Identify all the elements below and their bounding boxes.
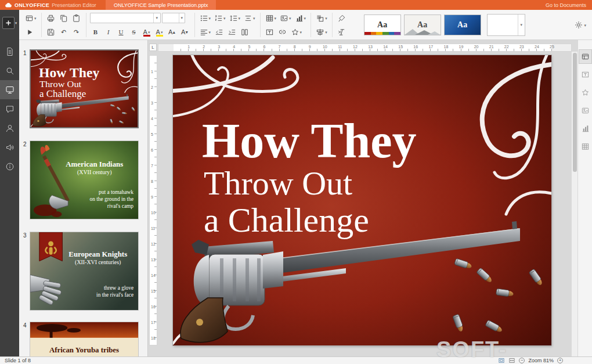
add-slide-button[interactable] xyxy=(2,17,15,29)
clear-style-button[interactable] xyxy=(336,26,348,38)
increase-indent-button[interactable] xyxy=(226,26,237,38)
slide-4-thumb-frame[interactable]: African Yoruba tribes xyxy=(30,322,139,356)
theme-gallery-caret-icon[interactable]: ▾ xyxy=(518,15,525,35)
font-color-button[interactable]: A▾ xyxy=(141,26,153,38)
slide-settings-button[interactable] xyxy=(579,49,592,64)
font-size-combo[interactable]: ▾ xyxy=(162,13,185,23)
theme-thumbnail-blue[interactable]: Aa xyxy=(444,15,481,35)
italic-button[interactable]: I xyxy=(103,26,114,38)
thumb4-title: African Yoruba tribes xyxy=(49,346,119,354)
print-button[interactable] xyxy=(45,12,57,24)
ruler-number: 20 xyxy=(474,45,479,49)
font-name-combo[interactable]: ▾ xyxy=(90,13,161,23)
line-spacing-button[interactable]: ▾ xyxy=(228,12,242,24)
theme-thumbnail-official[interactable]: Aa xyxy=(404,15,441,35)
insert-chart-button[interactable]: ▾ xyxy=(294,12,308,24)
thumb2-body-line1: put a tomahawk xyxy=(99,189,133,195)
sidebar-item-comments[interactable] xyxy=(0,99,19,118)
dropdown-caret-icon: ▾ xyxy=(209,16,211,20)
decrease-font-button[interactable]: A▼ xyxy=(179,26,191,38)
arrange-shapes-button[interactable]: ▾ xyxy=(315,12,329,24)
font-name-input[interactable] xyxy=(91,13,153,23)
ruler-number: 1 xyxy=(187,45,190,49)
save-button[interactable] xyxy=(45,26,57,38)
horizontal-align-button[interactable]: ▾ xyxy=(198,26,212,38)
slide-thumbnail-3[interactable]: 3 xyxy=(19,232,147,313)
insert-textbox-button[interactable] xyxy=(264,26,276,38)
ruler-number: 19 xyxy=(459,45,464,49)
insert-table-button[interactable]: ▾ xyxy=(264,12,278,24)
ruler-number: 4 xyxy=(233,45,235,49)
ruler-number: 2 xyxy=(203,45,205,49)
ruler-number: 16 xyxy=(413,45,418,49)
slide-thumbnail-2[interactable]: 2 American Indians (XVII century) xyxy=(19,140,147,222)
canvas-scrollbar-thumb[interactable] xyxy=(573,53,577,172)
theme-color-stripe xyxy=(364,32,400,35)
copy-button[interactable] xyxy=(58,12,70,24)
underline-button[interactable]: U xyxy=(115,26,127,38)
slide-1-thumb-frame[interactable] xyxy=(30,49,139,128)
ruler-number: 6 xyxy=(151,148,153,152)
thumb2-subtitle: (XVII century) xyxy=(77,169,111,176)
insert-shape-button[interactable]: ▾ xyxy=(290,26,304,38)
sidebar-item-chat[interactable] xyxy=(0,118,19,138)
advanced-settings-button[interactable]: ▾ xyxy=(573,19,587,31)
align-shapes-button[interactable]: ▾ xyxy=(315,26,329,38)
table-settings-button[interactable] xyxy=(579,139,592,154)
image-settings-button[interactable] xyxy=(579,103,592,118)
slide-thumbnail-4[interactable]: 4 African Yoruba tribes xyxy=(19,322,147,356)
status-bar: Slide 1 of 8 − Zoom 81% + xyxy=(0,356,592,364)
toolbar-separator xyxy=(311,13,311,37)
bold-button[interactable]: B xyxy=(90,26,102,38)
editing-canvas-area: L 12345678910111213141516171819202122232… xyxy=(148,40,577,356)
fit-width-button[interactable] xyxy=(508,357,515,364)
sidebar-item-search[interactable] xyxy=(0,61,19,80)
canvas-scrollbar[interactable] xyxy=(571,52,577,356)
sidebar-item-about[interactable] xyxy=(0,157,19,176)
font-name-caret-icon[interactable]: ▾ xyxy=(153,13,160,23)
dropdown-caret-icon: ▾ xyxy=(223,16,226,20)
strikethrough-button[interactable]: S xyxy=(128,26,140,38)
insert-image-button[interactable]: ▾ xyxy=(279,12,293,24)
sidebar-item-file[interactable] xyxy=(0,42,19,61)
zoom-out-button[interactable]: − xyxy=(519,358,525,363)
fit-slide-button[interactable] xyxy=(498,357,505,364)
slide-3-thumb-frame[interactable]: European Knights (XII-XVI centuries) thr… xyxy=(30,232,139,311)
zoom-in-button[interactable]: + xyxy=(557,358,563,363)
bullets-button[interactable]: ▾ xyxy=(198,12,212,24)
redo-button[interactable]: ↷ xyxy=(71,26,82,38)
arrange-group: ▾ ▾ xyxy=(313,11,330,39)
undo-button[interactable]: ↶ xyxy=(58,26,70,38)
document-tab[interactable]: ONLYOFFICE Sample Presentation.pptx xyxy=(106,0,216,10)
shape-settings-button[interactable] xyxy=(579,85,592,100)
sidebar-item-feedback[interactable] xyxy=(0,138,19,157)
insert-columns-button[interactable] xyxy=(239,26,250,38)
font-size-input[interactable] xyxy=(163,13,179,23)
numbering-button[interactable]: ▾ xyxy=(213,12,227,24)
copy-style-button[interactable] xyxy=(336,12,348,24)
start-slideshow-button[interactable] xyxy=(24,26,35,38)
slide-2-thumb-frame[interactable]: American Indians (XVII century) put a to… xyxy=(30,140,139,219)
add-slide-caret-icon[interactable]: ▾ xyxy=(15,21,17,25)
dropdown-caret-icon: ▾ xyxy=(275,16,277,20)
font-size-caret-icon[interactable]: ▾ xyxy=(179,13,184,23)
vertical-align-button[interactable]: ▾ xyxy=(243,12,257,24)
text-settings-button[interactable] xyxy=(579,67,592,82)
chart-settings-button[interactable] xyxy=(579,121,592,136)
paste-button[interactable] xyxy=(71,12,82,24)
highlight-color-button[interactable]: A▾ xyxy=(154,26,165,38)
slide-canvas[interactable] xyxy=(173,55,551,345)
style-group xyxy=(335,11,349,39)
ruler-number: 3 xyxy=(218,45,220,49)
sidebar-item-slides[interactable] xyxy=(0,80,19,99)
tab-stop-selector[interactable]: L xyxy=(149,44,157,51)
theme-gallery-more[interactable]: ▾ xyxy=(487,14,525,36)
go-to-documents-link[interactable]: Go to Documents xyxy=(540,0,592,10)
theme-thumbnail-classic[interactable]: Aa xyxy=(364,15,401,35)
decrease-indent-button[interactable] xyxy=(213,26,225,38)
left-nav xyxy=(0,42,19,176)
slide-layout-button[interactable]: ▾ xyxy=(24,12,38,24)
slide-thumbnail-1[interactable]: 1 xyxy=(19,49,147,131)
insert-hyperlink-button[interactable] xyxy=(277,26,288,38)
increase-font-button[interactable]: A▲ xyxy=(167,26,178,38)
